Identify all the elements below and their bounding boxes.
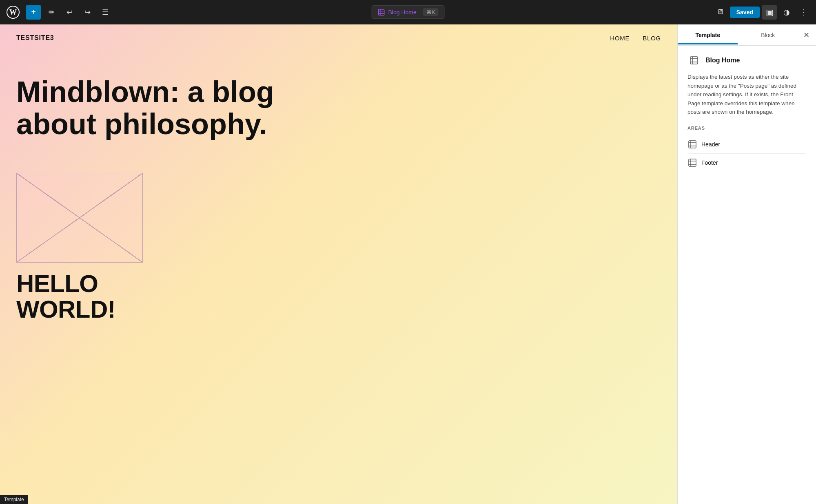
shortcut-badge: ⌘K xyxy=(423,8,439,16)
desktop-view-button[interactable]: 🖥 xyxy=(713,5,727,20)
undo-button[interactable]: ↩ xyxy=(62,5,77,20)
featured-image-placeholder xyxy=(16,173,143,263)
template-label: Template xyxy=(0,495,28,504)
post-section: HELLOWORLD! xyxy=(0,263,677,322)
panel-content: Blog Home Displays the latest posts as e… xyxy=(678,46,816,504)
tab-block[interactable]: Block xyxy=(738,26,798,44)
site-nav: HOME BLOG xyxy=(610,35,661,42)
contrast-icon: ◑ xyxy=(783,8,790,17)
contrast-button[interactable]: ◑ xyxy=(779,5,794,20)
template-description: Displays the latest posts as either the … xyxy=(687,73,806,117)
hero-title: Mindblown: a blog about philosophy. xyxy=(16,76,302,140)
undo-icon: ↩ xyxy=(67,8,73,17)
settings-toggle-button[interactable]: ▣ xyxy=(762,5,777,20)
svg-text:W: W xyxy=(9,8,17,16)
preview-frame: TESTSITE3 HOME BLOG Mindblown: a blog ab… xyxy=(0,24,677,504)
template-title: Blog Home xyxy=(705,57,740,64)
list-view-button[interactable]: ☰ xyxy=(98,5,113,20)
template-layout-icon xyxy=(687,54,701,67)
nav-blog[interactable]: BLOG xyxy=(643,35,661,42)
main-layout: TESTSITE3 HOME BLOG Mindblown: a blog ab… xyxy=(0,24,816,504)
pencil-icon: ✏ xyxy=(49,8,55,17)
right-panel: Template Block ✕ Blog Home xyxy=(677,24,816,504)
area-item-header[interactable]: Header xyxy=(687,135,806,154)
tab-template[interactable]: Template xyxy=(678,26,738,44)
area-item-footer[interactable]: Footer xyxy=(687,154,806,172)
svg-rect-10 xyxy=(689,141,696,148)
blog-home-label: Blog Home xyxy=(388,9,417,15)
site-name: TESTSITE3 xyxy=(16,34,54,42)
desktop-icon: 🖥 xyxy=(716,8,724,16)
more-icon: ⋮ xyxy=(800,8,807,17)
list-icon: ☰ xyxy=(102,8,109,17)
redo-button[interactable]: ↪ xyxy=(80,5,95,20)
hero-section: Mindblown: a blog about philosophy. xyxy=(0,51,677,157)
blog-home-button[interactable]: Blog Home ⌘K xyxy=(372,5,445,19)
close-icon: ✕ xyxy=(803,31,809,40)
panel-close-button[interactable]: ✕ xyxy=(798,27,814,43)
site-header: TESTSITE3 HOME BLOG xyxy=(0,24,677,51)
svg-rect-2 xyxy=(378,9,384,15)
redo-icon: ↪ xyxy=(84,8,91,17)
panel-tabs: Template Block ✕ xyxy=(678,24,816,46)
saved-button[interactable]: Saved xyxy=(730,7,760,18)
svg-rect-6 xyxy=(690,57,698,64)
area-name-footer: Footer xyxy=(701,159,718,166)
wp-logo[interactable]: W xyxy=(5,4,21,20)
canvas-area: TESTSITE3 HOME BLOG Mindblown: a blog ab… xyxy=(0,24,677,504)
plus-icon: + xyxy=(31,7,36,17)
areas-label: AREAS xyxy=(687,126,806,130)
nav-home[interactable]: HOME xyxy=(610,35,630,42)
edit-button[interactable]: ✏ xyxy=(44,5,59,20)
toolbar-right: 🖥 Saved ▣ ◑ ⋮ xyxy=(713,5,811,20)
settings-icon: ▣ xyxy=(766,7,774,17)
svg-rect-14 xyxy=(689,159,696,166)
template-header: Blog Home xyxy=(687,54,806,67)
post-title: HELLOWORLD! xyxy=(16,271,661,322)
toolbar-center: Blog Home ⌘K xyxy=(372,5,445,19)
toolbar: W + ✏ ↩ ↪ ☰ Blog Home ⌘K xyxy=(0,0,816,24)
more-options-button[interactable]: ⋮ xyxy=(796,5,811,20)
blog-home-icon xyxy=(378,9,385,16)
footer-layout-icon xyxy=(687,158,697,168)
header-layout-icon xyxy=(687,139,697,149)
add-button[interactable]: + xyxy=(26,5,41,20)
area-name-header: Header xyxy=(701,141,720,148)
